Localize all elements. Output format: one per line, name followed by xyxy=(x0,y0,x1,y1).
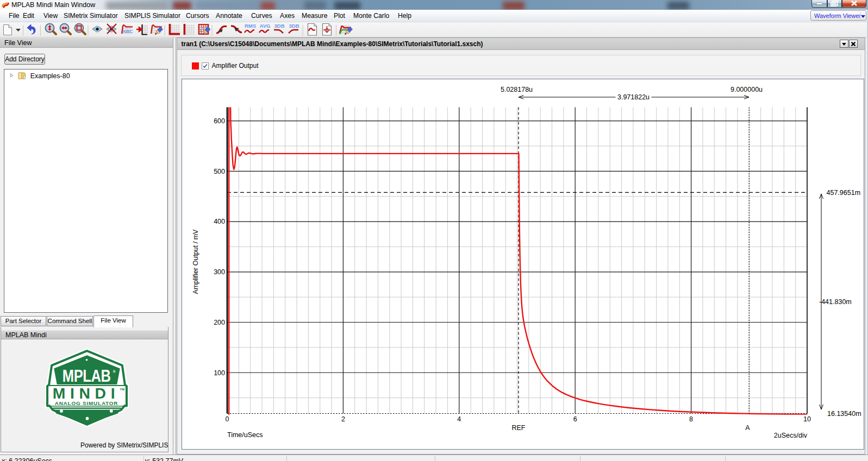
svg-text:457.9651m: 457.9651m xyxy=(826,189,860,197)
svg-text:10: 10 xyxy=(803,415,811,423)
svg-text:®: ® xyxy=(113,368,116,374)
svg-text:100: 100 xyxy=(214,369,225,377)
svg-text:3DB: 3DB xyxy=(274,23,285,29)
svg-text:4: 4 xyxy=(457,415,461,423)
svg-text:400: 400 xyxy=(214,218,225,225)
svg-text:RMS: RMS xyxy=(245,23,256,29)
svg-text:3.971822u: 3.971822u xyxy=(617,93,649,101)
svg-text:AVG: AVG xyxy=(260,23,271,29)
svg-text:Time/uSecs: Time/uSecs xyxy=(227,431,263,439)
svg-text:2uSecs/div: 2uSecs/div xyxy=(773,432,807,439)
svg-text:16.13540m: 16.13540m xyxy=(827,410,861,418)
svg-text:300: 300 xyxy=(214,268,225,276)
svg-text:8: 8 xyxy=(689,415,693,423)
svg-text:3DB: 3DB xyxy=(289,23,299,29)
svg-text:TM: TM xyxy=(120,388,124,391)
svg-text:MINDI: MINDI xyxy=(53,384,120,402)
svg-text:Examples-80: Examples-80 xyxy=(30,72,70,79)
svg-text:REF: REF xyxy=(511,424,525,432)
svg-text:A: A xyxy=(745,424,750,432)
svg-text:9.000000u: 9.000000u xyxy=(730,86,762,93)
svg-text:MPLAB: MPLAB xyxy=(63,366,111,385)
svg-text:600: 600 xyxy=(214,117,225,125)
svg-text:0: 0 xyxy=(225,415,229,423)
svg-text:500: 500 xyxy=(214,168,225,175)
svg-text:ABC: ABC xyxy=(122,29,133,34)
svg-text:Amplifier Output / mV: Amplifier Output / mV xyxy=(192,229,199,294)
svg-text:5.028178u: 5.028178u xyxy=(500,86,532,93)
svg-text:-441.830m: -441.830m xyxy=(819,298,852,306)
svg-text:200: 200 xyxy=(214,319,225,326)
svg-text:2: 2 xyxy=(341,415,345,423)
svg-text:ANALOG SIMULATOR: ANALOG SIMULATOR xyxy=(55,400,118,406)
svg-text:6: 6 xyxy=(573,415,577,423)
